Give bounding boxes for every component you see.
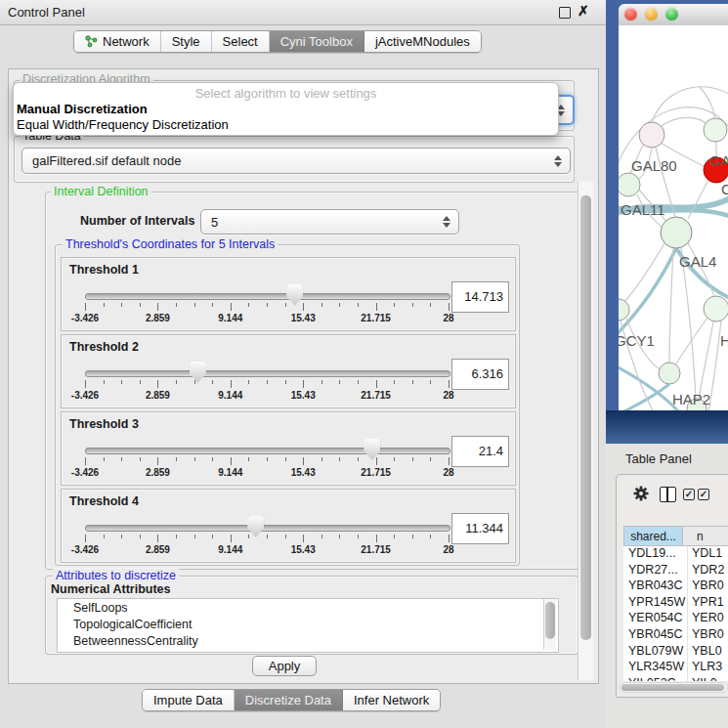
- table-row[interactable]: YPR145WYPR1: [623, 595, 728, 612]
- slider-track[interactable]: [85, 293, 450, 300]
- tab-jactivemnodules[interactable]: jActiveMNodules: [364, 31, 481, 52]
- node-gal80[interactable]: [639, 122, 664, 148]
- slider-thumb[interactable]: [364, 439, 380, 460]
- interval-definition-title: Interval Definition: [51, 185, 151, 198]
- dropdown-option-equal-width[interactable]: Equal Width/Frequency Discretization: [17, 117, 229, 132]
- combo-stepper-icon: [553, 155, 562, 167]
- tab-network[interactable]: Network: [74, 31, 161, 52]
- attributes-group-title: Attributes to discretize: [53, 569, 179, 582]
- cell-name: YER0: [688, 611, 728, 627]
- network-canvas[interactable]: GAL80GACGAL11GAL4GCY1HHAP2: [619, 25, 728, 410]
- table-panel: Table Panel ✓ ✓ shared... n YDL19...YDL1…: [606, 444, 728, 728]
- num-intervals-combo[interactable]: 5: [200, 209, 459, 235]
- node-top-right[interactable]: [704, 118, 727, 142]
- attributes-list-scrollbar[interactable]: [543, 599, 556, 650]
- threshold-value-field[interactable]: 14.713: [451, 281, 509, 313]
- cell-name: YBL0: [688, 644, 728, 661]
- slider-thumb[interactable]: [286, 284, 303, 306]
- cell-shared-name: YIL052C: [623, 676, 688, 681]
- network-window-titlebar: [619, 4, 728, 26]
- table-row[interactable]: YIL052CYIL0: [623, 676, 728, 681]
- node-right[interactable]: [704, 296, 728, 321]
- gray-edge[interactable]: [699, 321, 713, 400]
- node-gal11[interactable]: [619, 173, 640, 196]
- gray-edge[interactable]: [662, 117, 706, 126]
- checkbox-icon[interactable]: ✓: [698, 489, 709, 500]
- dropdown-option-manual[interactable]: Manual Discretization: [17, 102, 148, 116]
- network-window-bottom-edge: [606, 410, 728, 444]
- column-header-shared[interactable]: shared...: [623, 526, 683, 546]
- close-icon[interactable]: ✗: [578, 3, 589, 19]
- tab-select[interactable]: Select: [212, 31, 270, 52]
- thresholds-group-title: Threshold's Coordinates for 5 Intervals: [63, 237, 278, 251]
- node-gal4[interactable]: [661, 217, 692, 248]
- table-panel-title: Table Panel: [625, 451, 692, 466]
- cell-shared-name: YDL19...: [623, 546, 688, 563]
- gear-icon[interactable]: [632, 485, 650, 502]
- attribute-list-item[interactable]: SelfLoops: [58, 599, 558, 616]
- tab-cyni-toolbox[interactable]: Cyni Toolbox: [270, 31, 364, 52]
- teal-edge[interactable]: [619, 248, 676, 336]
- close-light[interactable]: [624, 8, 637, 21]
- node-gcy1[interactable]: [619, 299, 629, 321]
- numerical-attributes-label: Numerical Attributes: [51, 582, 170, 596]
- threshold-label: Threshold 1: [69, 263, 139, 277]
- threshold-value-field[interactable]: 6.316: [451, 359, 509, 390]
- float-window-icon[interactable]: [559, 7, 571, 19]
- column-header-name[interactable]: n: [682, 526, 728, 546]
- cell-name: YDL1: [688, 546, 728, 563]
- apply-button[interactable]: Apply: [252, 656, 317, 676]
- dropdown-placeholder: Select algorithm to view settings: [14, 86, 558, 101]
- table-row[interactable]: YBL079WYBL0: [623, 644, 728, 661]
- network-window: GAL80GACGAL11GAL4GCY1HHAP2: [606, 0, 728, 444]
- node-label: GA: [709, 152, 728, 169]
- cell-name: YLR3: [688, 660, 728, 676]
- table-row[interactable]: YDR27...YDR2: [623, 563, 728, 579]
- cell-shared-name: YBR043C: [623, 578, 688, 595]
- gray-edge[interactable]: [624, 243, 664, 302]
- algorithm-dropdown-popup: Select algorithm to view settings Manual…: [13, 82, 559, 136]
- node-label: HAP2: [672, 391, 710, 407]
- num-intervals-label: Number of Intervals: [80, 214, 194, 228]
- gray-edge[interactable]: [652, 87, 728, 122]
- cell-shared-name: YLR345W: [623, 660, 688, 676]
- zoom-light[interactable]: [665, 8, 678, 21]
- tab-infer-network[interactable]: Infer Network: [343, 690, 440, 710]
- attribute-list-item[interactable]: BetweennessCentrality: [58, 632, 558, 649]
- table-row[interactable]: YBR045CYBR0: [623, 627, 728, 644]
- node-label: GAL80: [631, 157, 677, 174]
- slider-track[interactable]: [85, 370, 450, 377]
- slider-thumb[interactable]: [190, 362, 206, 383]
- threshold-value-field[interactable]: 21.4: [451, 436, 509, 467]
- panel-vertical-scrollbar[interactable]: [578, 182, 593, 680]
- tab-impute-data[interactable]: Impute Data: [143, 690, 235, 710]
- node-label: GAL4: [679, 253, 716, 270]
- table-data-combo[interactable]: galFiltered.sif default node: [21, 148, 571, 174]
- num-intervals-value: 5: [201, 215, 442, 230]
- tab-discretize-data[interactable]: Discretize Data: [235, 690, 343, 710]
- cell-shared-name: YBR045C: [623, 627, 688, 644]
- gray-edge[interactable]: [675, 318, 707, 365]
- node-label: GAL11: [621, 201, 665, 218]
- table-row[interactable]: YLR345WYLR3: [623, 660, 728, 676]
- table-row[interactable]: YDL19...YDL1: [623, 546, 728, 563]
- table-row[interactable]: YER054CYER0: [623, 611, 728, 627]
- table-horizontal-scrollbar[interactable]: [620, 682, 728, 693]
- slider-track[interactable]: [85, 525, 450, 532]
- cell-shared-name: YER054C: [623, 611, 688, 627]
- slider-track[interactable]: [85, 448, 450, 454]
- tab-style[interactable]: Style: [161, 31, 212, 52]
- gray-edge[interactable]: [669, 248, 673, 363]
- slider-thumb[interactable]: [247, 516, 264, 537]
- table-row[interactable]: YBR043CYBR0: [623, 578, 728, 595]
- threshold-label: Threshold 2: [69, 340, 139, 354]
- attribute-list-item[interactable]: TopologicalCoefficient: [58, 616, 558, 632]
- network-icon: [85, 35, 98, 48]
- split-view-icon[interactable]: [660, 487, 676, 502]
- checkbox-icon[interactable]: ✓: [683, 489, 695, 500]
- node-hap2[interactable]: [659, 363, 680, 384]
- threshold-value-field[interactable]: 11.344: [451, 513, 509, 544]
- minimize-light[interactable]: [645, 8, 658, 21]
- threshold-panel: Threshold 3-3.4262.8599.14415.4321.71528…: [61, 411, 516, 486]
- node-label: H: [720, 332, 728, 349]
